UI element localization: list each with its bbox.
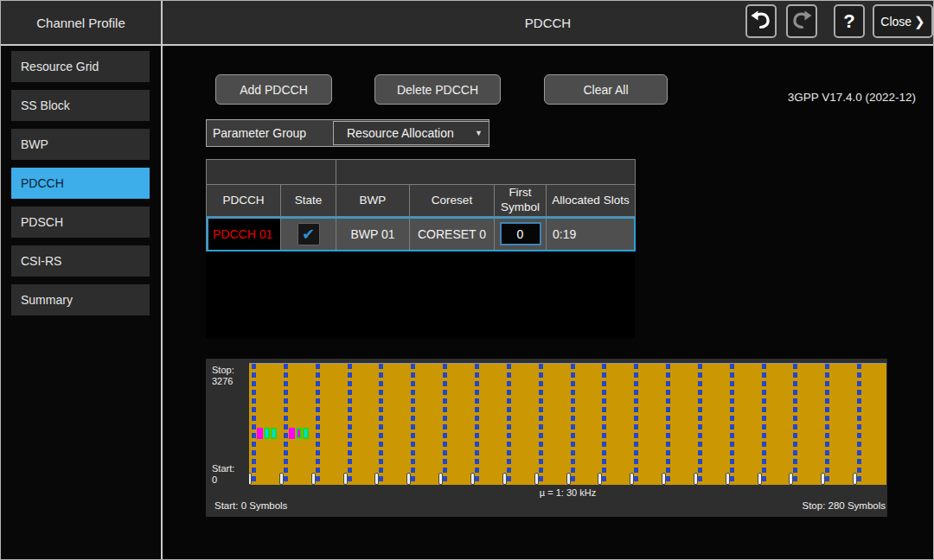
slot-allocation-chart: Stop: 3276 Start: 0 µ = 1: 30 kHz Start:… (206, 359, 887, 517)
slot-boundary-line (857, 364, 861, 485)
slot-tick-marker (311, 473, 316, 485)
clear-all-button[interactable]: Clear All (544, 74, 668, 105)
slot-tick-marker (758, 473, 762, 485)
col-header-bwp: BWP (336, 185, 410, 217)
help-button[interactable]: ? (834, 4, 865, 38)
table-row[interactable]: PDCCH 01 ✔ BWP 01 CORESET 0 0:19 (207, 217, 636, 251)
undo-button[interactable] (745, 4, 777, 38)
state-checkbox[interactable]: ✔ (297, 223, 320, 245)
sidebar-title: Channel Profile (36, 16, 125, 30)
col-header-pdcch: PDCCH (207, 185, 281, 217)
title-bar: PDCCH ? Close ❯ (163, 1, 933, 44)
page-title: PDCCH (163, 1, 933, 44)
slot-tick-marker (374, 473, 379, 485)
sidebar-item-resource-grid[interactable]: Resource Grid (11, 51, 150, 82)
slot-tick-marker (662, 473, 666, 485)
slot-tick-marker (630, 473, 634, 485)
allocation-block (303, 428, 309, 439)
redo-icon (790, 9, 813, 35)
slot-tick-marker (789, 473, 793, 485)
sidebar-header: Channel Profile (1, 1, 161, 44)
slot-boundary-line (348, 364, 352, 485)
slot-boundary-line (379, 364, 383, 485)
first-symbol-cell (495, 217, 547, 251)
slot-boundary-line (316, 364, 320, 485)
panel-divider (161, 1, 163, 560)
sidebar-item-label: CSI-RS (21, 254, 61, 268)
slot-boundary-line (252, 364, 256, 485)
checkmark-icon: ✔ (302, 225, 315, 244)
slot-boundary-line (634, 364, 638, 485)
add-pdcch-button[interactable]: Add PDCCH (215, 74, 332, 105)
slot-tick-marker (343, 473, 348, 485)
slot-boundary-line (507, 364, 511, 485)
slot-tick-marker (534, 473, 539, 485)
slot-grid-plot (249, 363, 886, 485)
sidebar-item-pdcch[interactable]: PDCCH (11, 168, 150, 199)
sidebar: Resource Grid SS Block BWP PDCCH PDSCH C… (1, 46, 161, 559)
group-cell-allocation (336, 160, 636, 185)
close-button[interactable]: Close ❯ (873, 4, 933, 38)
slot-tick-marker (406, 473, 411, 485)
slot-tick-marker (598, 473, 602, 485)
slot-boundary-line (762, 364, 766, 485)
parameter-group-select[interactable]: Resource Allocation ▼ (333, 121, 489, 145)
slot-boundary-line (571, 364, 575, 485)
y-axis-stop-label: Stop: 3276 (212, 365, 234, 387)
slot-boundary-line (411, 364, 415, 485)
slot-tick-marker (694, 473, 698, 485)
group-cell-channel (207, 160, 336, 185)
sidebar-item-label: BWP (21, 137, 48, 151)
allocation-block (257, 428, 263, 439)
sidebar-item-csi-rs[interactable]: CSI-RS (11, 245, 150, 277)
close-label: Close (880, 15, 912, 29)
titlebar-border (1, 44, 933, 46)
slot-boundary-line (602, 364, 606, 485)
sidebar-item-summary[interactable]: Summary (11, 284, 150, 315)
slot-tick-marker (566, 473, 571, 485)
delete-pdcch-button[interactable]: Delete PDCCH (374, 74, 501, 105)
slot-tick-marker (726, 473, 730, 485)
slot-boundary-line (666, 364, 670, 485)
dropdown-arrow-icon: ▼ (475, 129, 483, 137)
pdcch-allocation-blocks (289, 428, 309, 439)
help-icon: ? (843, 10, 854, 33)
channel-profile-window: Channel Profile PDCCH ? Close (0, 0, 934, 560)
slot-boundary-line (284, 364, 288, 485)
slot-boundary-line (825, 364, 829, 485)
pdcch-allocation-blocks (257, 428, 277, 439)
first-symbol-input[interactable] (500, 222, 541, 245)
allocated-slots-cell[interactable]: 0:19 (547, 217, 636, 251)
slot-boundary-line (475, 364, 479, 485)
sidebar-item-label: Summary (21, 293, 73, 307)
slot-tick-marker (249, 473, 252, 485)
slot-boundary-line (443, 364, 447, 485)
coreset-cell[interactable]: CORESET 0 (410, 217, 495, 251)
col-header-coreset: Coreset (410, 185, 495, 217)
bwp-cell[interactable]: BWP 01 (336, 217, 410, 251)
sidebar-item-ss-block[interactable]: SS Block (11, 90, 150, 121)
col-header-allocated-slots: Allocated Slots (547, 185, 636, 217)
slot-tick-marker (438, 473, 443, 485)
pdcch-name-cell[interactable]: PDCCH 01 (207, 217, 281, 251)
col-header-state: State (281, 185, 336, 217)
parameter-group-label: Parameter Group (207, 126, 306, 140)
col-header-first-symbol: First Symbol (495, 185, 547, 217)
undo-icon (750, 9, 772, 35)
slot-tick-marker (502, 473, 507, 485)
sidebar-item-label: PDSCH (21, 215, 63, 229)
sidebar-item-label: Resource Grid (21, 60, 99, 73)
y-axis-start-label: Start: 0 (212, 463, 234, 486)
standard-version-label: 3GPP V17.4.0 (2022-12) (788, 91, 916, 104)
sidebar-item-label: SS Block (21, 99, 70, 112)
redo-button[interactable] (786, 4, 817, 38)
pdcch-table: PDCCH State BWP Coreset First Symbol All… (206, 159, 635, 338)
chevron-right-icon: ❯ (914, 14, 925, 29)
x-axis-start-label: Start: 0 Symbols (214, 500, 287, 511)
sidebar-item-pdsch[interactable]: PDSCH (11, 207, 150, 238)
parameter-group-value: Resource Allocation (347, 126, 454, 140)
allocation-block (264, 428, 270, 439)
main-panel: Add PDCCH Delete PDCCH Clear All 3GPP V1… (163, 46, 933, 559)
parameter-group-field: Parameter Group Resource Allocation ▼ (206, 119, 489, 147)
sidebar-item-bwp[interactable]: BWP (11, 129, 150, 160)
